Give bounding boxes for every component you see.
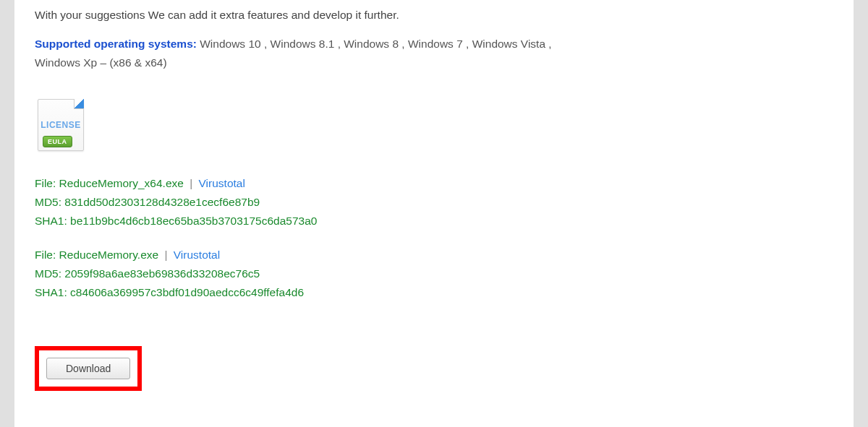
separator: | <box>190 177 192 189</box>
license-label: LICENSE <box>38 120 83 130</box>
file-block-1: File: ReduceMemory_x64.exe | Virustotal … <box>35 174 833 231</box>
file-block-2: File: ReduceMemory.exe | Virustotal MD5:… <box>35 246 833 303</box>
download-highlight: Download <box>35 346 142 391</box>
content-panel: With your suggestions We can add it extr… <box>14 0 854 427</box>
file-name-line: File: ReduceMemory.exe | Virustotal <box>35 246 833 264</box>
md5-line: MD5: 2059f98a6ae83eb69836d33208ec76c5 <box>35 264 833 283</box>
separator: | <box>164 249 167 261</box>
eula-badge: EULA <box>43 136 72 147</box>
intro-text: With your suggestions We can add it extr… <box>35 0 833 35</box>
file-name: File: ReduceMemory.exe <box>35 249 158 261</box>
download-button[interactable]: Download <box>46 358 130 379</box>
file-name: File: ReduceMemory_x64.exe <box>35 177 184 189</box>
virustotal-link[interactable]: Virustotal <box>199 177 245 189</box>
file-name-line: File: ReduceMemory_x64.exe | Virustotal <box>35 174 833 193</box>
file-corner <box>74 99 84 109</box>
sha1-line: SHA1: be11b9bc4d6cb18ec65ba35b3703175c6d… <box>35 212 833 230</box>
file-icon: LICENSE EULA <box>38 99 84 151</box>
sha1-line: SHA1: c84606a369957c3bdf01d90aedcc6c49ff… <box>35 283 833 302</box>
virustotal-link[interactable]: Virustotal <box>174 249 220 261</box>
supported-label: Supported operating systems: <box>35 38 197 50</box>
md5-line: MD5: 831dd50d2303128d4328e1cecf6e87b9 <box>35 193 833 212</box>
supported-os-line: Supported operating systems: Windows 10 … <box>35 35 556 86</box>
license-icon[interactable]: LICENSE EULA <box>35 96 87 154</box>
